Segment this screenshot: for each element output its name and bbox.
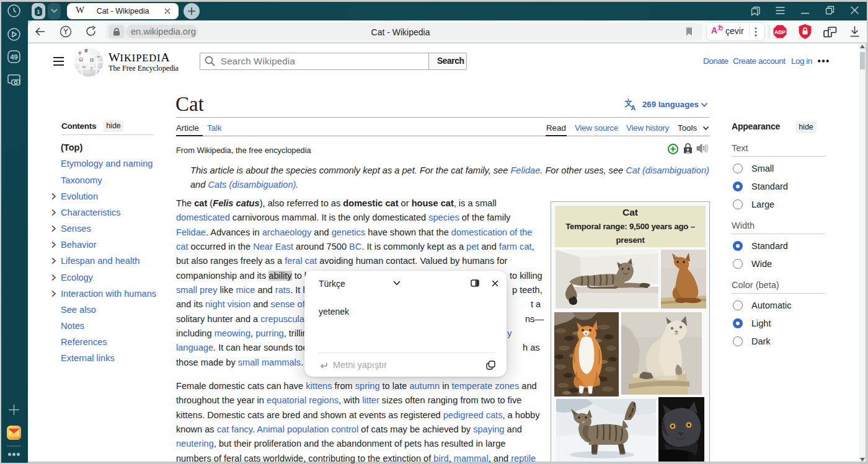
- svg-text:A: A: [631, 104, 636, 111]
- svg-text:49: 49: [10, 53, 17, 61]
- svg-text:И: И: [90, 57, 94, 63]
- svg-text:1: 1: [37, 8, 40, 15]
- svg-text:ABP: ABP: [774, 29, 786, 35]
- svg-text:7: 7: [91, 67, 93, 72]
- svg-text:Ω: Ω: [79, 56, 83, 63]
- svg-text:ω: ω: [82, 64, 86, 69]
